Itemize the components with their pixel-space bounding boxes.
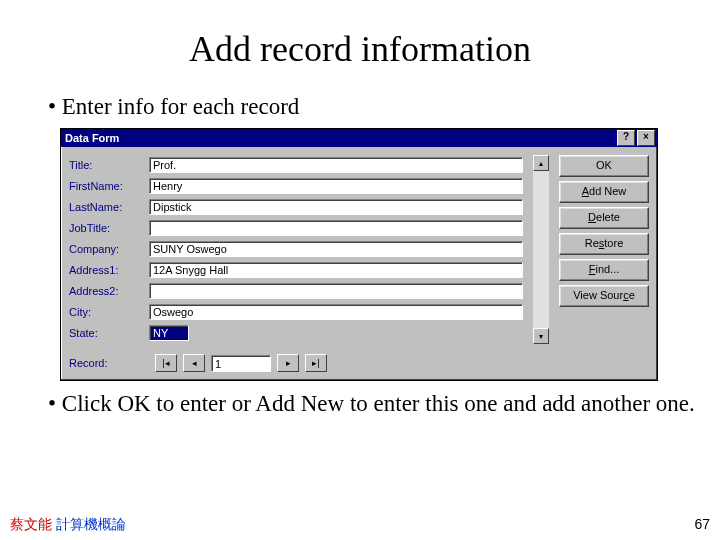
field-list: Title: Prof. FirstName: Henry LastName: … [69,155,523,344]
input-firstname[interactable]: Henry [149,178,523,194]
label-state: State: [69,327,149,339]
nav-first-icon[interactable]: |◂ [155,354,177,372]
input-state[interactable]: NY [149,325,189,341]
slide-title: Add record information [0,28,720,70]
add-new-button[interactable]: Add New [559,181,649,203]
label-jobtitle: JobTitle: [69,222,149,234]
view-source-button[interactable]: View Source [559,285,649,307]
scroll-track[interactable] [533,171,549,328]
input-city[interactable]: Oswego [149,304,523,320]
restore-button[interactable]: Restore [559,233,649,255]
author-name: 蔡文能 [10,516,56,532]
scroll-up-icon[interactable]: ▴ [533,155,549,171]
nav-last-icon[interactable]: ▸| [305,354,327,372]
nav-next-icon[interactable]: ▸ [277,354,299,372]
course-name: 計算機概論 [56,516,126,532]
find-button[interactable]: Find... [559,259,649,281]
scroll-down-icon[interactable]: ▾ [533,328,549,344]
bullet-click-ok: Click OK to enter or Add New to enter th… [48,391,720,417]
data-form-dialog: Data Form ? × Title: Prof. FirstName: He… [60,128,658,381]
input-address2[interactable] [149,283,523,299]
footer-author: 蔡文能 計算機概論 [10,516,126,534]
label-company: Company: [69,243,149,255]
input-title[interactable]: Prof. [149,157,523,173]
ok-button[interactable]: OK [559,155,649,177]
close-button[interactable]: × [637,130,655,146]
dialog-title: Data Form [65,132,119,144]
page-number: 67 [694,516,710,532]
label-title: Title: [69,159,149,171]
label-city: City: [69,306,149,318]
input-lastname[interactable]: Dipstick [149,199,523,215]
input-address1[interactable]: 12A Snygg Hall [149,262,523,278]
label-address2: Address2: [69,285,149,297]
record-number[interactable]: 1 [211,355,271,372]
label-lastname: LastName: [69,201,149,213]
button-column: OK Add New Delete Restore Find... View S… [559,155,649,344]
nav-prev-icon[interactable]: ◂ [183,354,205,372]
bullet-enter-info: Enter info for each record [48,94,720,120]
input-jobtitle[interactable] [149,220,523,236]
titlebar: Data Form ? × [61,129,657,147]
record-label: Record: [69,357,149,369]
label-address1: Address1: [69,264,149,276]
input-company[interactable]: SUNY Oswego [149,241,523,257]
field-scrollbar[interactable]: ▴ ▾ [533,155,549,344]
help-button[interactable]: ? [617,130,635,146]
label-firstname: FirstName: [69,180,149,192]
delete-button[interactable]: Delete [559,207,649,229]
record-navigator: Record: |◂ ◂ 1 ▸ ▸| [61,350,657,380]
